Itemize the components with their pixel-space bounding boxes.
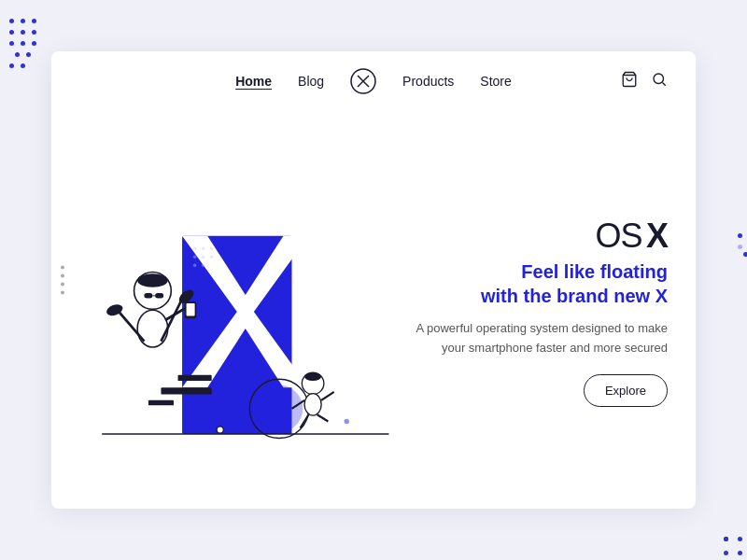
- svg-point-13: [193, 255, 197, 259]
- svg-line-40: [317, 414, 329, 421]
- cart-button[interactable]: [621, 71, 638, 91]
- hero-subtitle: Feel like floating with the brand new X: [416, 259, 669, 308]
- nav-home[interactable]: Home: [235, 74, 272, 89]
- svg-point-12: [210, 246, 214, 250]
- svg-point-43: [217, 427, 223, 433]
- dot-decoration-bottom-right: [724, 537, 728, 541]
- hero-title-os: OS: [596, 217, 642, 255]
- nav-store[interactable]: Store: [480, 74, 511, 89]
- explore-button[interactable]: Explore: [584, 374, 668, 407]
- svg-point-16: [193, 263, 197, 267]
- svg-rect-31: [187, 303, 195, 316]
- svg-point-4: [654, 74, 664, 84]
- nav-products[interactable]: Products: [402, 74, 454, 89]
- hero-title: OS X: [416, 217, 669, 256]
- hero-subtitle-line2: with the brand new X: [416, 284, 669, 308]
- svg-line-42: [321, 392, 334, 400]
- svg-point-24: [137, 273, 168, 287]
- svg-line-5: [662, 82, 665, 85]
- svg-rect-25: [144, 293, 152, 298]
- navigation: Home Blog Products Store: [51, 51, 696, 111]
- main-card: Home Blog Products Store: [51, 51, 696, 509]
- hero-section: OS X Feel like floating with the brand n…: [51, 111, 696, 509]
- svg-rect-21: [178, 375, 212, 381]
- svg-point-15: [210, 255, 214, 259]
- hero-illustration: [51, 111, 406, 509]
- svg-point-17: [202, 263, 205, 267]
- search-button[interactable]: [651, 71, 668, 91]
- svg-point-44: [345, 419, 349, 424]
- hero-subtitle-line1: Feel like floating: [416, 259, 669, 284]
- nav-links: Home Blog Products Store: [235, 68, 512, 94]
- svg-point-11: [202, 246, 205, 250]
- svg-point-19: [256, 385, 303, 433]
- svg-rect-22: [148, 400, 174, 405]
- hero-title-x: X: [646, 217, 668, 255]
- search-icon: [651, 71, 668, 88]
- cart-icon: [621, 71, 638, 88]
- svg-point-37: [304, 372, 321, 381]
- svg-line-39: [301, 414, 309, 427]
- nav-logo-icon: [350, 68, 376, 94]
- nav-blog[interactable]: Blog: [298, 74, 324, 89]
- hero-content: OS X Feel like floating with the brand n…: [406, 198, 697, 427]
- svg-rect-20: [161, 387, 211, 394]
- svg-point-38: [304, 394, 321, 415]
- nav-action-icons: [621, 71, 668, 91]
- svg-point-14: [202, 255, 205, 259]
- svg-rect-26: [155, 293, 163, 298]
- svg-point-28: [137, 310, 168, 347]
- hero-description: A powerful operating system designed to …: [416, 319, 669, 358]
- svg-point-10: [193, 246, 197, 250]
